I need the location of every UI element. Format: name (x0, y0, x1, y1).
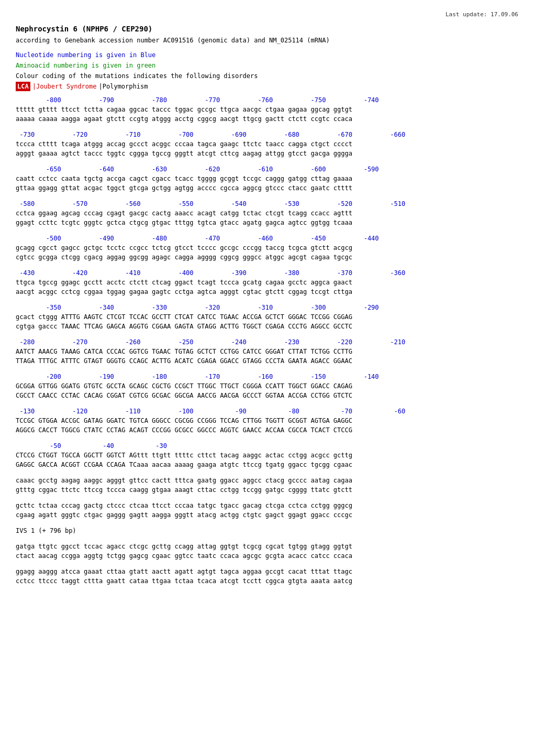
seq-row2-6: cgtga gaccc TAAAC TTCAG GAGCA AGGTG CGGA… (16, 322, 518, 331)
seq-row1-4: gcagg cgcct gagcc gctgc tcctc ccgcc tctc… (16, 243, 518, 253)
colour-coding-label: Colour coding of the mutations indicates… (16, 71, 258, 81)
page-subtitle: according to Genebank accession number A… (16, 36, 518, 45)
seq-block-14: gatga ttgtc ggcct tccac agacc ctcgc gctt… (16, 542, 518, 561)
seq-row1-8: GCGGA GTTGG GGATG GTGTC GCCTA GCAGC CGCT… (16, 381, 518, 391)
seq-row1-15: ggagg aaggg atcca gaaat cttaa gtatt aact… (16, 567, 518, 576)
seq-block-12: gcttc tctaa cccag gactg ctccc ctcaa ttcc… (16, 501, 518, 520)
seq-block-1: -730 -720 -710 -700 -690 -680 -670 -660t… (16, 130, 518, 158)
seq-row2-12: cgaag agatt gggtc ctgac gaggg gagtt aagg… (16, 510, 518, 520)
legend-section: Nucleotide numbering is given in Blue Am… (16, 50, 518, 91)
sequence-blocks: -800 -790 -780 -770 -760 -750 -740ttttt … (16, 95, 518, 586)
num-row-3: -580 -570 -560 -550 -540 -530 -520 -510 (16, 199, 518, 209)
joubert-label: |Joubert Syndrome (32, 82, 97, 91)
seq-row2-5: aacgt acggc cctcg cggaa tggag gagaa gagt… (16, 287, 518, 297)
seq-block-2: -650 -640 -630 -620 -610 -600 -590caatt … (16, 165, 518, 193)
seq-block-0: -800 -790 -780 -770 -760 -750 -740ttttt … (16, 95, 518, 124)
seq-row1-10: CTCCG CTGGT TGCCA GGCTT GGTCT AGttt ttgt… (16, 451, 518, 460)
seq-block-8: -200 -190 -180 -170 -160 -150 -140GCGGA … (16, 372, 518, 400)
num-row-6: -350 -340 -330 -320 -310 -300 -290 (16, 303, 518, 312)
seq-block-11: caaac gcctg aagag aaggc agggt gttcc cact… (16, 476, 518, 495)
seq-row2-10: GAGGC GACCA ACGGT CCGAA CCAGA TCaaa aaca… (16, 460, 518, 469)
seq-block-7: -280 -270 -260 -250 -240 -230 -220 -210A… (16, 337, 518, 366)
seq-block-6: -350 -340 -330 -320 -310 -300 -290gcact … (16, 303, 518, 331)
seq-block-5: -430 -420 -410 -400 -390 -380 -370 -360t… (16, 268, 518, 297)
seq-row2-14: ctact aacag ccgga aggtg tctgg gagcg cgaa… (16, 551, 518, 561)
num-row-2: -650 -640 -630 -620 -610 -600 -590 (16, 165, 518, 174)
seq-block-9: -130 -120 -110 -100 -90 -80 -70 -60TCCGC… (16, 407, 518, 435)
num-row-7: -280 -270 -260 -250 -240 -230 -220 -210 (16, 337, 518, 347)
num-row-10: -50 -40 -30 (16, 441, 518, 451)
seq-row1-6: gcact ctggg ATTTG AAGTC CTCGT TCCAC GCCT… (16, 312, 518, 322)
num-row-8: -200 -190 -180 -170 -160 -150 -140 (16, 372, 518, 381)
seq-row2-15: cctcc ttccc taggt cttta gaatt cataa ttga… (16, 576, 518, 586)
page-title: Nephrocystin 6 (NPHP6 / CEP290) (16, 24, 518, 35)
seq-row2-8: CGCCT CAACC CCTAC CACAG CGGAT CGTCG GCGA… (16, 391, 518, 400)
seq-row2-4: cgtcc gcgga ctcgg cgacg aggag ggcgg agag… (16, 253, 518, 262)
num-row-1: -730 -720 -710 -700 -690 -680 -670 -660 (16, 130, 518, 139)
seq-block-4: -500 -490 -480 -470 -460 -450 -440gcagg … (16, 234, 518, 262)
seq-row2-7: TTAGA TTTGC ATTTC GTAGT GGGTG CCAGC ACTT… (16, 356, 518, 366)
seq-row2-9: AGGCG CACCT TGGCG CTATC CCTAG ACAGT CCCG… (16, 425, 518, 435)
seq-row1-3: cctca ggaag agcag cccag cgagt gacgc cact… (16, 209, 518, 218)
num-row-5: -430 -420 -410 -400 -390 -380 -370 -360 (16, 268, 518, 278)
seq-block-3: -580 -570 -560 -550 -540 -530 -520 -510c… (16, 199, 518, 227)
num-row-9: -130 -120 -110 -100 -90 -80 -70 -60 (16, 407, 518, 416)
seq-block-15: ggagg aaggg atcca gaaat cttaa gtatt aact… (16, 567, 518, 586)
ivs-label: IVS 1 (+ 796 bp) (16, 526, 518, 535)
aminoacid-numbering-label: Aminoacid numbering is given in green (16, 61, 155, 70)
seq-block-10: -50 -40 -30CTCCG CTGGT TGCCA GGCTT GGTCT… (16, 441, 518, 469)
top-right-date: Last update: 17.09.06 (16, 10, 518, 19)
num-row-4: -500 -490 -480 -470 -460 -450 -440 (16, 234, 518, 243)
num-row-0: -800 -790 -780 -770 -760 -750 -740 (16, 95, 518, 105)
nucleotide-numbering-label: Nucleotide numbering is given in Blue (16, 50, 155, 60)
seq-row2-1: agggt gaaaa agtct taccc tggtc cggga tgcc… (16, 149, 518, 158)
seq-row1-0: ttttt gtttt ttcct tctta cagaa ggcac tacc… (16, 105, 518, 114)
seq-row1-5: ttgca tgccg ggagc gcctt acctc ctctt ctca… (16, 278, 518, 287)
seq-row1-2: caatt cctcc caata tgctg accga cagct cgac… (16, 174, 518, 183)
seq-row1-11: caaac gcctg aagag aaggc agggt gttcc cact… (16, 476, 518, 485)
seq-row2-3: ggagt ccttc tcgtc gggtc gctca ctgcg gtga… (16, 218, 518, 227)
seq-block-13: IVS 1 (+ 796 bp) (16, 526, 518, 535)
seq-row2-11: gtttg cggac ttctc ttccg tccca caagg gtga… (16, 485, 518, 495)
lca-badge: LCA (16, 82, 30, 91)
seq-row1-14: gatga ttgtc ggcct tccac agacc ctcgc gctt… (16, 542, 518, 551)
seq-row2-2: gttaa ggagg gttat acgac tggct gtcga gctg… (16, 183, 518, 193)
seq-row1-9: TCCGC GTGGA ACCGC GATAG GGATC TGTCA GGGC… (16, 416, 518, 425)
seq-row1-12: gcttc tctaa cccag gactg ctccc ctcaa ttcc… (16, 501, 518, 510)
seq-row1-7: AATCT AAACG TAAAG CATCA CCCAC GGTCG TGAA… (16, 347, 518, 356)
seq-row2-0: aaaaa caaaa aagga agaat gtctt ccgtg atgg… (16, 114, 518, 124)
polymorphism-label: |Polymorphism (99, 82, 148, 91)
seq-row1-1: tccca ctttt tcaga atggg accag gccct acgg… (16, 139, 518, 149)
